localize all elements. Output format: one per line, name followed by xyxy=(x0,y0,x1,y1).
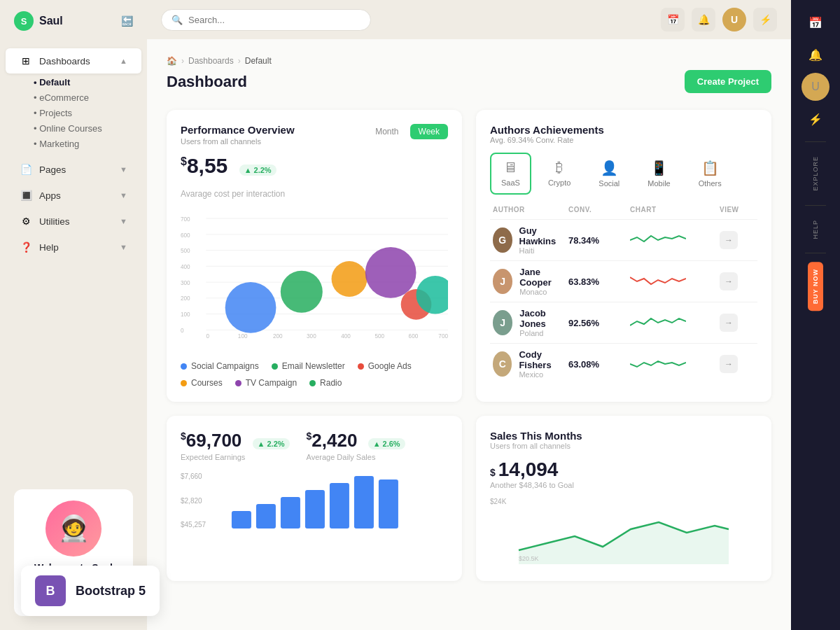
sidebar-sub-online-courses[interactable]: • Online Courses xyxy=(0,120,147,136)
help-icon: ❓ xyxy=(20,241,32,253)
performance-overview-card: Performance Overview Users from all chan… xyxy=(167,110,462,402)
search-input[interactable] xyxy=(188,15,360,25)
breadcrumb-dashboards[interactable]: Dashboards xyxy=(188,56,234,66)
sales-value: 14,094 xyxy=(498,458,559,481)
svg-rect-32 xyxy=(281,497,300,528)
page-title: Dashboard xyxy=(167,73,247,91)
rp-avatar[interactable]: U xyxy=(802,73,830,101)
view-author-button[interactable]: → xyxy=(720,272,738,290)
sidebar-nav: ⊞ Dashboards ▲ • Default • eCommerce • P… xyxy=(0,42,147,475)
cat-tab-saas[interactable]: 🖥 SaaS xyxy=(490,153,531,195)
chevron-help-icon: ▼ xyxy=(120,243,127,251)
breadcrumb-current: Default xyxy=(245,56,272,66)
legend-courses: Courses xyxy=(181,378,223,388)
cat-tab-others[interactable]: 📋 Others xyxy=(687,153,733,195)
bootstrap-badge: B Bootstrap 5 xyxy=(21,566,160,616)
sidebar-sub-ecommerce[interactable]: • eCommerce xyxy=(0,90,147,105)
logo-icon: S xyxy=(14,11,34,31)
sidebar-sub-projects[interactable]: • Projects xyxy=(0,105,147,120)
sidebar-label-dashboards: Dashboards xyxy=(39,56,90,66)
buy-now-button[interactable]: Buy now xyxy=(808,262,823,311)
back-icon[interactable]: 🔙 xyxy=(121,15,133,27)
topbar-calendar-icon[interactable]: 📅 xyxy=(661,8,685,31)
right-panel: 📅 🔔 U ⚡ Explore Help Buy now xyxy=(791,0,840,630)
table-row: J Jacob Jones Poland 92.56% → xyxy=(490,302,757,343)
svg-point-26 xyxy=(332,261,368,297)
svg-text:600: 600 xyxy=(181,232,190,239)
svg-rect-30 xyxy=(232,511,251,528)
svg-text:600: 600 xyxy=(409,333,419,340)
bootstrap-text: Bootstrap 5 xyxy=(76,584,146,598)
apps-icon: 🔳 xyxy=(20,189,32,202)
mini-chart xyxy=(630,313,686,332)
table-row: G Guy Hawkins Haiti 78.34% → xyxy=(490,219,757,260)
sidebar-item-apps[interactable]: 🔳 Apps ▼ xyxy=(6,183,141,208)
topbar-avatar[interactable]: U xyxy=(722,8,746,31)
svg-rect-35 xyxy=(354,476,374,528)
mobile-icon: 📱 xyxy=(650,160,668,176)
svg-text:400: 400 xyxy=(341,333,351,340)
svg-text:200: 200 xyxy=(181,295,190,302)
view-author-button[interactable]: → xyxy=(720,231,738,249)
sidebar-sub-marketing[interactable]: • Marketing xyxy=(0,136,147,151)
chart-svg: 700 600 500 400 300 200 100 0 0 100 200 … xyxy=(181,199,448,353)
social-icon: 👤 xyxy=(601,160,618,176)
main-content: 🔍 📅 🔔 U ⚡ 🏠 › Dashboards › Default Dashb… xyxy=(147,0,791,630)
topbar: 🔍 📅 🔔 U ⚡ xyxy=(147,0,791,39)
category-tabs: 🖥 SaaS ₿ Crypto 👤 Social 📱 Mobile xyxy=(490,153,757,195)
chevron-down-icon: ▲ xyxy=(120,57,127,65)
view-author-button[interactable]: → xyxy=(720,314,738,332)
rp-settings-icon[interactable]: ⚡ xyxy=(802,105,830,133)
view-author-button[interactable]: → xyxy=(720,355,738,373)
dashboard-content: 🏠 › Dashboards › Default Dashboard Creat… xyxy=(147,39,791,630)
svg-text:200: 200 xyxy=(273,333,283,340)
svg-rect-34 xyxy=(330,483,349,528)
sidebar-item-utilities[interactable]: ⚙ Utilities ▼ xyxy=(6,209,141,234)
authors-table-header: AUTHOR CONV. CHART VIEW xyxy=(490,206,757,219)
legend-social-campaigns: Social Campaigns xyxy=(181,361,259,371)
svg-text:500: 500 xyxy=(374,333,384,340)
svg-point-24 xyxy=(225,282,276,333)
breadcrumb-home-icon[interactable]: 🏠 xyxy=(167,56,177,66)
cat-tab-crypto[interactable]: ₿ Crypto xyxy=(537,153,582,195)
authors-subtitle: Avg. 69.34% Conv. Rate xyxy=(490,136,757,144)
perf-desc: Avarage cost per interaction xyxy=(181,189,448,199)
sidebar-item-help[interactable]: ❓ Help ▼ xyxy=(6,234,141,260)
saas-icon: 🖥 xyxy=(503,160,517,176)
rp-notification-icon[interactable]: 🔔 xyxy=(802,41,830,69)
topbar-settings-icon[interactable]: ⚡ xyxy=(753,8,777,31)
tab-month[interactable]: Month xyxy=(367,124,407,139)
create-project-button[interactable]: Create Project xyxy=(685,70,771,93)
sales-title: Sales This Months xyxy=(490,430,757,442)
search-box[interactable]: 🔍 xyxy=(161,9,371,31)
sidebar-item-dashboards[interactable]: ⊞ Dashboards ▲ xyxy=(6,48,141,74)
avatar: C xyxy=(493,351,512,377)
tab-week[interactable]: Week xyxy=(410,124,448,139)
pages-icon: 📄 xyxy=(20,163,32,176)
sidebar-item-pages[interactable]: 📄 Pages ▼ xyxy=(6,157,141,182)
page-header-area: 🏠 › Dashboards › Default Dashboard Creat… xyxy=(167,56,771,96)
cat-tab-mobile[interactable]: 📱 Mobile xyxy=(636,153,681,195)
cat-tab-social[interactable]: 👤 Social xyxy=(587,153,631,195)
period-tabs: Month Week xyxy=(367,124,448,139)
help-button[interactable]: Help xyxy=(809,214,822,245)
perf-value: $8,55 xyxy=(181,154,234,177)
sidebar-label-apps: Apps xyxy=(39,190,61,201)
breadcrumb: 🏠 › Dashboards › Default xyxy=(167,56,771,66)
dashboards-icon: ⊞ xyxy=(20,55,32,67)
topbar-notification-icon[interactable]: 🔔 xyxy=(692,8,715,31)
explore-button[interactable]: Explore xyxy=(809,150,822,197)
sidebar-sub-default[interactable]: • Default xyxy=(0,74,147,90)
mini-chart xyxy=(630,354,686,374)
chevron-apps-icon: ▼ xyxy=(120,191,127,200)
rp-calendar-icon[interactable]: 📅 xyxy=(802,8,830,36)
crypto-icon: ₿ xyxy=(556,160,563,176)
others-icon: 📋 xyxy=(701,160,719,176)
svg-text:100: 100 xyxy=(181,312,190,318)
sidebar-header: S Saul 🔙 xyxy=(0,0,147,42)
chevron-pages-icon: ▼ xyxy=(120,165,127,174)
daily-sales-value: $2,420 ▲ 2.6% xyxy=(307,430,405,451)
authors-title: Authors Achievements xyxy=(490,124,757,136)
sidebar-label-utilities: Utilities xyxy=(39,216,70,227)
svg-text:100: 100 xyxy=(238,333,248,340)
